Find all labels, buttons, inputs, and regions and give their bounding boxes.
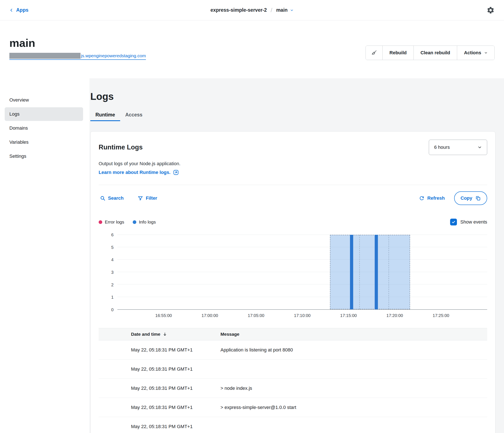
x-axis-label: 17:15:00 xyxy=(340,313,357,318)
chart-ylabels: 0123456 xyxy=(99,235,117,310)
broom-button[interactable] xyxy=(366,46,382,60)
redaction-overlay xyxy=(9,53,81,59)
sort-down-icon xyxy=(162,332,167,336)
clean-rebuild-button[interactable]: Clean rebuild xyxy=(414,46,457,60)
topbar: Apps express-simple-server-2 / main xyxy=(0,0,504,20)
copy-icon xyxy=(475,195,481,201)
x-axis-label: 16:55:00 xyxy=(155,313,172,318)
col-datetime-header[interactable]: Date and time xyxy=(131,332,220,337)
settings-gear-button[interactable] xyxy=(486,6,495,14)
tab-runtime[interactable]: Runtime xyxy=(90,109,120,121)
check-icon xyxy=(451,220,456,224)
x-axis-label: 17:25:00 xyxy=(433,313,449,318)
search-icon xyxy=(100,195,105,201)
learn-more-link[interactable]: Learn more about Runtime logs. xyxy=(99,169,179,176)
breadcrumb-env: main xyxy=(276,7,288,13)
x-axis-label: 17:20:00 xyxy=(387,313,403,318)
search-button[interactable]: Search xyxy=(99,195,125,201)
log-time: May 22, 05:18:31 PM GMT+1 xyxy=(131,347,220,353)
rebuild-button[interactable]: Rebuild xyxy=(382,46,414,60)
environment-url-link[interactable]: js.wpenginepoweredstaging.com xyxy=(9,53,146,60)
toolbar-right: Refresh Copy xyxy=(417,191,487,205)
legend-item: Error logs xyxy=(99,220,124,225)
log-time: May 22, 05:18:31 PM GMT+1 xyxy=(131,424,220,429)
sidebar-item-logs[interactable]: Logs xyxy=(5,107,83,121)
log-row[interactable]: May 22, 05:18:31 PM GMT+1> express-simpl… xyxy=(99,398,487,417)
legend-item: Info logs xyxy=(133,220,156,225)
show-events-checkbox[interactable] xyxy=(450,219,457,225)
log-message: Application is listening at port 8080 xyxy=(220,347,487,353)
actions-dropdown-button[interactable]: Actions xyxy=(457,46,495,60)
runtime-logs-card: Runtime Logs 6 hours Output logs of your… xyxy=(90,131,495,433)
environment-url-text: js.wpenginepoweredstaging.com xyxy=(81,53,146,58)
sidebar-item-settings[interactable]: Settings xyxy=(5,150,83,163)
log-table: Date and time Message May 22, 05:18:31 P… xyxy=(99,328,487,433)
filter-button[interactable]: Filter xyxy=(136,195,159,201)
gridline xyxy=(117,272,487,272)
refresh-label: Refresh xyxy=(427,195,445,201)
search-label: Search xyxy=(108,195,124,201)
sidebar-item-variables[interactable]: Variables xyxy=(5,135,83,149)
log-time: May 22, 05:18:31 PM GMT+1 xyxy=(131,405,220,410)
page-header: main js.wpenginepoweredstaging.com Rebui… xyxy=(0,20,504,78)
log-row[interactable]: May 22, 05:18:31 PM GMT+1 xyxy=(99,417,487,433)
log-message: > express-simple-server@1.0.0 start xyxy=(220,405,487,410)
copy-label: Copy xyxy=(460,195,472,201)
legend-dot xyxy=(99,220,102,224)
sidebar: OverviewLogsDomainsVariablesSettings xyxy=(0,78,90,433)
gridline xyxy=(117,247,487,247)
rebuild-label: Rebuild xyxy=(389,50,407,56)
x-axis-label: 17:10:00 xyxy=(294,313,311,318)
y-axis-label: 6 xyxy=(111,232,114,237)
card-header: Runtime Logs 6 hours xyxy=(99,140,487,155)
y-axis-label: 3 xyxy=(111,270,114,275)
log-message: > node index.js xyxy=(220,386,487,391)
runtime-logs-chart: 0123456 16:55:0017:00:0017:05:0017:10:00… xyxy=(99,235,487,320)
sidebar-item-overview[interactable]: Overview xyxy=(5,93,83,107)
col-message-header: Message xyxy=(220,332,487,337)
tab-access[interactable]: Access xyxy=(120,109,148,121)
events-region[interactable] xyxy=(330,235,410,309)
environment-dropdown[interactable]: main xyxy=(276,7,294,13)
log-row[interactable]: May 22, 05:18:31 PM GMT+1> node index.js xyxy=(99,379,487,398)
y-axis-label: 4 xyxy=(111,257,114,262)
y-axis-label: 2 xyxy=(111,282,114,287)
log-table-body: May 22, 05:18:31 PM GMT+1Application is … xyxy=(99,340,487,433)
breadcrumb-app[interactable]: express-simple-server-2 xyxy=(210,7,267,13)
log-time: May 22, 05:18:31 PM GMT+1 xyxy=(131,366,220,372)
show-events-label: Show events xyxy=(460,219,487,225)
log-bar[interactable] xyxy=(350,235,353,309)
content-area: OverviewLogsDomainsVariablesSettings Log… xyxy=(0,78,504,433)
tabs: RuntimeAccess xyxy=(90,109,495,121)
chart-legend: Error logsInfo logs xyxy=(99,220,156,225)
toolbar-left: Search Filter xyxy=(99,195,159,201)
log-row[interactable]: May 22, 05:18:31 PM GMT+1Application is … xyxy=(99,340,487,360)
chevron-down-icon xyxy=(484,51,488,54)
sidebar-item-domains[interactable]: Domains xyxy=(5,121,83,135)
x-axis-label: 17:05:00 xyxy=(248,313,264,318)
chevron-down-icon xyxy=(290,9,294,12)
chart-xlabels: 16:55:0017:00:0017:05:0017:10:0017:15:00… xyxy=(117,310,487,320)
refresh-button[interactable]: Refresh xyxy=(417,195,446,201)
main-panel: Logs RuntimeAccess Runtime Logs 6 hours … xyxy=(90,78,504,433)
y-axis-label: 0 xyxy=(111,307,114,312)
back-to-apps-link[interactable]: Apps xyxy=(9,7,28,13)
show-events-control: Show events xyxy=(450,219,487,225)
section-title: Logs xyxy=(90,91,495,102)
log-bar[interactable] xyxy=(375,235,378,309)
filter-icon xyxy=(138,195,143,201)
time-range-select[interactable]: 6 hours xyxy=(429,140,487,155)
log-row[interactable]: May 22, 05:18:31 PM GMT+1 xyxy=(99,360,487,379)
copy-button[interactable]: Copy xyxy=(454,191,487,205)
divider xyxy=(99,185,487,185)
back-label: Apps xyxy=(16,7,28,13)
learn-more-label: Learn more about Runtime logs. xyxy=(99,170,171,175)
y-axis-label: 1 xyxy=(111,295,114,300)
gridline xyxy=(117,284,487,284)
clean-rebuild-label: Clean rebuild xyxy=(421,50,450,56)
legend-dot xyxy=(133,220,136,224)
broom-icon xyxy=(371,50,377,56)
chevron-left-icon xyxy=(9,8,14,12)
chart-plot-column: 16:55:0017:00:0017:05:0017:10:0017:15:00… xyxy=(117,235,487,320)
action-button-group: Rebuild Clean rebuild Actions xyxy=(366,45,495,60)
